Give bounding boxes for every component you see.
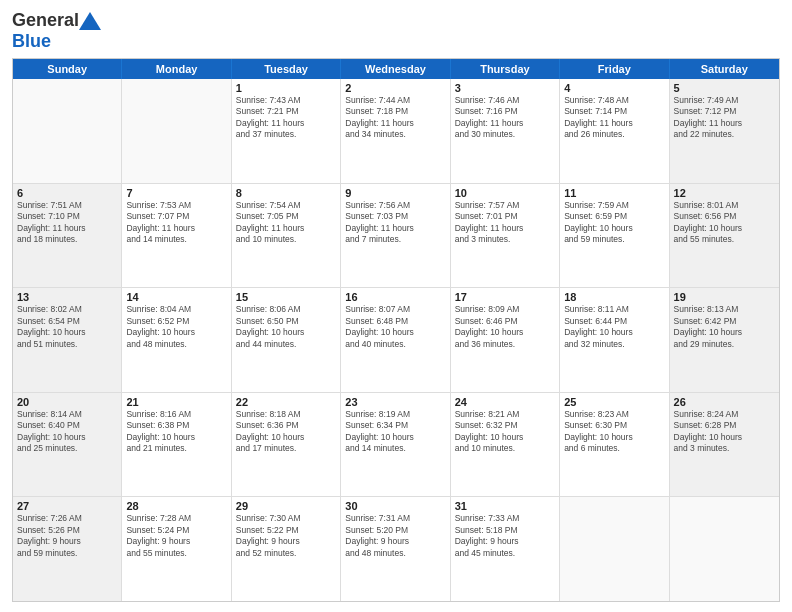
calendar-day-27: 27Sunrise: 7:26 AM Sunset: 5:26 PM Dayli… [13, 497, 122, 601]
day-info: Sunrise: 8:01 AM Sunset: 6:56 PM Dayligh… [674, 200, 775, 246]
weekday-header-sunday: Sunday [13, 59, 122, 79]
day-number: 18 [564, 291, 664, 303]
calendar-week-1: 1Sunrise: 7:43 AM Sunset: 7:21 PM Daylig… [13, 79, 779, 184]
day-number: 16 [345, 291, 445, 303]
calendar-header: SundayMondayTuesdayWednesdayThursdayFrid… [13, 59, 779, 79]
day-info: Sunrise: 7:33 AM Sunset: 5:18 PM Dayligh… [455, 513, 555, 559]
calendar-day-11: 11Sunrise: 7:59 AM Sunset: 6:59 PM Dayli… [560, 184, 669, 288]
calendar-day-26: 26Sunrise: 8:24 AM Sunset: 6:28 PM Dayli… [670, 393, 779, 497]
calendar-day-23: 23Sunrise: 8:19 AM Sunset: 6:34 PM Dayli… [341, 393, 450, 497]
logo-blue: Blue [12, 31, 51, 51]
day-number: 4 [564, 82, 664, 94]
day-info: Sunrise: 8:13 AM Sunset: 6:42 PM Dayligh… [674, 304, 775, 350]
day-number: 14 [126, 291, 226, 303]
weekday-header-thursday: Thursday [451, 59, 560, 79]
calendar-day-29: 29Sunrise: 7:30 AM Sunset: 5:22 PM Dayli… [232, 497, 341, 601]
calendar-day-13: 13Sunrise: 8:02 AM Sunset: 6:54 PM Dayli… [13, 288, 122, 392]
calendar-day-1: 1Sunrise: 7:43 AM Sunset: 7:21 PM Daylig… [232, 79, 341, 183]
calendar-body: 1Sunrise: 7:43 AM Sunset: 7:21 PM Daylig… [13, 79, 779, 601]
svg-marker-0 [79, 12, 101, 30]
day-info: Sunrise: 7:46 AM Sunset: 7:16 PM Dayligh… [455, 95, 555, 141]
weekday-header-monday: Monday [122, 59, 231, 79]
day-info: Sunrise: 8:18 AM Sunset: 6:36 PM Dayligh… [236, 409, 336, 455]
day-number: 2 [345, 82, 445, 94]
day-number: 30 [345, 500, 445, 512]
day-info: Sunrise: 7:26 AM Sunset: 5:26 PM Dayligh… [17, 513, 117, 559]
day-number: 13 [17, 291, 117, 303]
calendar-day-empty [560, 497, 669, 601]
calendar-day-24: 24Sunrise: 8:21 AM Sunset: 6:32 PM Dayli… [451, 393, 560, 497]
day-number: 10 [455, 187, 555, 199]
day-number: 24 [455, 396, 555, 408]
calendar-day-12: 12Sunrise: 8:01 AM Sunset: 6:56 PM Dayli… [670, 184, 779, 288]
calendar-day-19: 19Sunrise: 8:13 AM Sunset: 6:42 PM Dayli… [670, 288, 779, 392]
day-info: Sunrise: 8:04 AM Sunset: 6:52 PM Dayligh… [126, 304, 226, 350]
calendar-day-20: 20Sunrise: 8:14 AM Sunset: 6:40 PM Dayli… [13, 393, 122, 497]
weekday-header-friday: Friday [560, 59, 669, 79]
day-info: Sunrise: 8:11 AM Sunset: 6:44 PM Dayligh… [564, 304, 664, 350]
weekday-header-saturday: Saturday [670, 59, 779, 79]
day-number: 26 [674, 396, 775, 408]
day-info: Sunrise: 7:59 AM Sunset: 6:59 PM Dayligh… [564, 200, 664, 246]
day-info: Sunrise: 8:14 AM Sunset: 6:40 PM Dayligh… [17, 409, 117, 455]
page: General Blue SundayMondayTuesdayWednesda… [0, 0, 792, 612]
day-info: Sunrise: 8:07 AM Sunset: 6:48 PM Dayligh… [345, 304, 445, 350]
logo-icon [79, 12, 101, 30]
calendar-day-30: 30Sunrise: 7:31 AM Sunset: 5:20 PM Dayli… [341, 497, 450, 601]
calendar-day-21: 21Sunrise: 8:16 AM Sunset: 6:38 PM Dayli… [122, 393, 231, 497]
calendar-day-empty [670, 497, 779, 601]
day-info: Sunrise: 7:31 AM Sunset: 5:20 PM Dayligh… [345, 513, 445, 559]
day-number: 21 [126, 396, 226, 408]
day-info: Sunrise: 8:02 AM Sunset: 6:54 PM Dayligh… [17, 304, 117, 350]
calendar-day-18: 18Sunrise: 8:11 AM Sunset: 6:44 PM Dayli… [560, 288, 669, 392]
calendar-day-10: 10Sunrise: 7:57 AM Sunset: 7:01 PM Dayli… [451, 184, 560, 288]
calendar-day-5: 5Sunrise: 7:49 AM Sunset: 7:12 PM Daylig… [670, 79, 779, 183]
day-info: Sunrise: 7:53 AM Sunset: 7:07 PM Dayligh… [126, 200, 226, 246]
calendar-day-empty [13, 79, 122, 183]
calendar-day-16: 16Sunrise: 8:07 AM Sunset: 6:48 PM Dayli… [341, 288, 450, 392]
weekday-header-tuesday: Tuesday [232, 59, 341, 79]
calendar-day-7: 7Sunrise: 7:53 AM Sunset: 7:07 PM Daylig… [122, 184, 231, 288]
day-number: 6 [17, 187, 117, 199]
day-info: Sunrise: 7:48 AM Sunset: 7:14 PM Dayligh… [564, 95, 664, 141]
day-number: 9 [345, 187, 445, 199]
day-info: Sunrise: 8:23 AM Sunset: 6:30 PM Dayligh… [564, 409, 664, 455]
day-info: Sunrise: 8:19 AM Sunset: 6:34 PM Dayligh… [345, 409, 445, 455]
day-info: Sunrise: 8:09 AM Sunset: 6:46 PM Dayligh… [455, 304, 555, 350]
day-number: 12 [674, 187, 775, 199]
day-info: Sunrise: 7:56 AM Sunset: 7:03 PM Dayligh… [345, 200, 445, 246]
day-number: 20 [17, 396, 117, 408]
day-info: Sunrise: 8:16 AM Sunset: 6:38 PM Dayligh… [126, 409, 226, 455]
day-number: 29 [236, 500, 336, 512]
logo-general: General [12, 10, 79, 31]
day-info: Sunrise: 7:28 AM Sunset: 5:24 PM Dayligh… [126, 513, 226, 559]
day-number: 19 [674, 291, 775, 303]
day-number: 31 [455, 500, 555, 512]
day-info: Sunrise: 7:51 AM Sunset: 7:10 PM Dayligh… [17, 200, 117, 246]
day-number: 3 [455, 82, 555, 94]
day-info: Sunrise: 7:43 AM Sunset: 7:21 PM Dayligh… [236, 95, 336, 141]
day-number: 7 [126, 187, 226, 199]
calendar-day-9: 9Sunrise: 7:56 AM Sunset: 7:03 PM Daylig… [341, 184, 450, 288]
day-number: 8 [236, 187, 336, 199]
calendar-day-28: 28Sunrise: 7:28 AM Sunset: 5:24 PM Dayli… [122, 497, 231, 601]
calendar-day-empty [122, 79, 231, 183]
day-number: 1 [236, 82, 336, 94]
calendar-day-15: 15Sunrise: 8:06 AM Sunset: 6:50 PM Dayli… [232, 288, 341, 392]
logo: General Blue [12, 10, 101, 52]
calendar-day-6: 6Sunrise: 7:51 AM Sunset: 7:10 PM Daylig… [13, 184, 122, 288]
day-number: 25 [564, 396, 664, 408]
calendar-week-2: 6Sunrise: 7:51 AM Sunset: 7:10 PM Daylig… [13, 184, 779, 289]
day-number: 5 [674, 82, 775, 94]
calendar-day-25: 25Sunrise: 8:23 AM Sunset: 6:30 PM Dayli… [560, 393, 669, 497]
calendar-week-3: 13Sunrise: 8:02 AM Sunset: 6:54 PM Dayli… [13, 288, 779, 393]
day-number: 23 [345, 396, 445, 408]
day-info: Sunrise: 7:49 AM Sunset: 7:12 PM Dayligh… [674, 95, 775, 141]
calendar-week-5: 27Sunrise: 7:26 AM Sunset: 5:26 PM Dayli… [13, 497, 779, 601]
calendar-day-3: 3Sunrise: 7:46 AM Sunset: 7:16 PM Daylig… [451, 79, 560, 183]
day-info: Sunrise: 8:06 AM Sunset: 6:50 PM Dayligh… [236, 304, 336, 350]
day-number: 15 [236, 291, 336, 303]
calendar-week-4: 20Sunrise: 8:14 AM Sunset: 6:40 PM Dayli… [13, 393, 779, 498]
header: General Blue [12, 10, 780, 52]
calendar-day-22: 22Sunrise: 8:18 AM Sunset: 6:36 PM Dayli… [232, 393, 341, 497]
